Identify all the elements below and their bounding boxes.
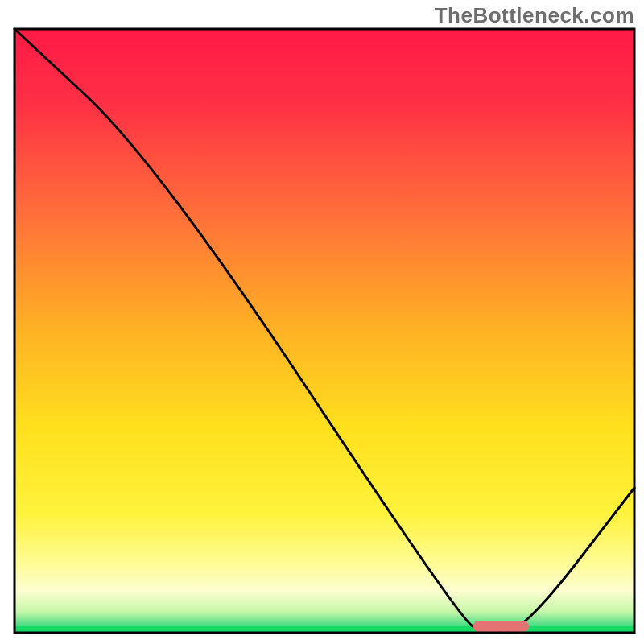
watermark-text: TheBottleneck.com bbox=[435, 3, 634, 28]
chart-frame: TheBottleneck.com bbox=[0, 0, 644, 644]
chart-background bbox=[14, 29, 634, 633]
bottleneck-chart bbox=[0, 0, 644, 644]
optimal-range-marker bbox=[473, 621, 529, 632]
